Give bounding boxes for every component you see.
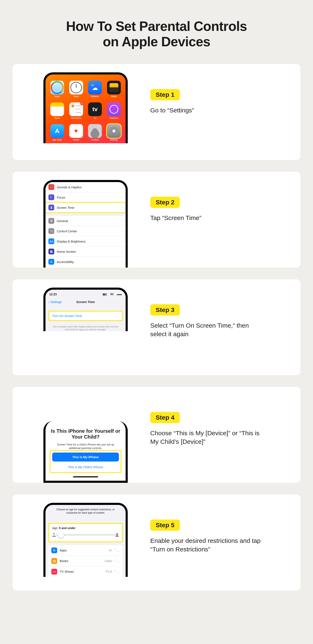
status-bar: 12:23 ▮▮▯ 5G ▬▬	[46, 290, 126, 299]
tv-icon: ▭	[51, 569, 57, 574]
step-4-card: Is This iPhone for Yourself or Your Chil…	[13, 387, 300, 483]
gear-icon: ⚙	[48, 218, 54, 224]
display-icon: AA	[48, 238, 54, 244]
app-settings[interactable]: Settings	[106, 124, 121, 143]
phone-mock-step1: Maps Clock Weather Wallet Notes 3Reminde…	[43, 72, 128, 143]
chevron-right-icon: ›	[122, 206, 123, 210]
books-icon: ▤	[51, 558, 57, 564]
step-desc: Select “Turn On Screen Time,” then selec…	[150, 321, 265, 338]
chevron-right-icon: ›	[122, 229, 123, 233]
step-desc: Tap “Screen Time”	[150, 214, 265, 222]
step-5-card: Choose an age for suggested content rest…	[13, 494, 300, 590]
chevron-updown-icon: ⌃⌄	[114, 570, 120, 574]
owner-heading: Is This iPhone for Yourself or Your Chil…	[50, 428, 121, 440]
settings-row-display[interactable]: AADisplay & Brightness›	[46, 236, 126, 246]
battery-icon: ▬▬	[117, 293, 122, 296]
reminders-badge: 3	[80, 102, 84, 105]
step-desc: Enable your desired restrictions and tap…	[150, 536, 265, 554]
app-contacts[interactable]: Contacts	[87, 124, 102, 143]
settings-row-general[interactable]: ⚙General›	[46, 216, 126, 226]
chevron-right-icon: ›	[122, 250, 123, 254]
app-appstore[interactable]: App Store	[50, 124, 65, 143]
chevron-right-icon: ›	[122, 219, 123, 223]
toggles-icon: ⌥	[48, 228, 54, 234]
step-badge: Step 2	[150, 197, 180, 208]
step-3-card: 12:23 ▮▮▯ 5G ▬▬ ‹ Settings Screen Time T…	[13, 279, 300, 375]
app-wallet[interactable]: Wallet	[106, 81, 121, 100]
sound-icon: 🔊	[48, 184, 54, 190]
accessibility-icon: ♿︎	[48, 259, 54, 265]
step-badge: Step 5	[150, 520, 180, 531]
apps-icon: A	[51, 548, 57, 553]
screentime-icon: ⧗	[48, 204, 54, 210]
app-notes[interactable]: Notes	[50, 102, 65, 122]
chevron-right-icon: ›	[122, 196, 123, 199]
settings-row-sounds[interactable]: 🔊Sounds & Haptics›	[46, 182, 126, 192]
settings-row-screentime[interactable]: ⧗Screen Time›	[46, 202, 126, 212]
restriction-row-tvshows[interactable]: ▭ TV Shows TV-G⌃⌄	[48, 566, 123, 577]
settings-row-home[interactable]: ▦Home Screen›	[46, 246, 126, 257]
phone-mock-step2: 🔊Sounds & Haptics› ☾Focus› ⧗Screen Time›…	[43, 180, 128, 268]
step-1-card: Maps Clock Weather Wallet Notes 3Reminde…	[13, 64, 300, 160]
chevron-right-icon: ›	[122, 240, 123, 243]
step-desc: Choose “This is My [Device]” or “This is…	[150, 429, 265, 446]
person-small-icon	[52, 533, 56, 537]
chevron-updown-icon: ⌃⌄	[114, 548, 120, 552]
step-2-card: 🔊Sounds & Haptics› ☾Focus› ⧗Screen Time›…	[13, 172, 300, 268]
signal-icon: ▮▮▯	[103, 293, 107, 296]
step-desc: Go to “Settings”	[150, 106, 265, 115]
nav-title: Screen Time	[46, 300, 126, 304]
settings-row-control[interactable]: ⌥Control Center›	[46, 226, 126, 236]
app-health[interactable]: Health	[69, 124, 84, 143]
age-slider[interactable]	[52, 532, 119, 538]
step-badge: Step 1	[150, 89, 180, 100]
focus-icon: ☾	[48, 194, 54, 200]
home-indicator[interactable]	[73, 476, 98, 477]
app-reminders[interactable]: 3Reminders	[69, 102, 84, 122]
phone-mock-step4: Is This iPhone for Yourself or Your Chil…	[43, 421, 128, 483]
app-clock[interactable]: Clock	[69, 81, 84, 100]
settings-row-accessibility[interactable]: ♿︎Accessibility›	[46, 257, 126, 267]
step-badge: Step 3	[150, 304, 180, 316]
turn-on-screen-time-button[interactable]: Turn On Screen Time	[49, 312, 122, 320]
grid-icon: ▦	[48, 248, 54, 254]
app-weather[interactable]: Weather	[87, 81, 102, 100]
page-title: How To Set Parental Controls on Apple De…	[13, 19, 300, 50]
chevron-right-icon: ›	[122, 185, 123, 189]
phone-mock-step5: Choose an age for suggested content rest…	[43, 503, 128, 577]
chevron-right-icon: ›	[122, 260, 123, 264]
age-slider-box: Age: 5 and under	[48, 523, 123, 542]
person-large-icon	[115, 533, 119, 537]
screen-time-footer: Get a weekly report with insights about …	[46, 325, 126, 331]
slider-knob[interactable]	[58, 532, 64, 538]
restriction-row-apps[interactable]: A Apps 4+⌃⌄	[48, 545, 123, 556]
app-podcasts[interactable]: Podcasts	[106, 102, 121, 122]
age-label: Age: 5 and under	[52, 526, 119, 530]
chevron-updown-icon: ⌃⌄	[114, 559, 120, 563]
this-is-my-childs-iphone-button[interactable]: This is My Child's iPhone	[52, 464, 119, 470]
settings-row-focus[interactable]: ☾Focus›	[46, 192, 126, 202]
app-maps[interactable]: Maps	[50, 81, 65, 100]
phone-mock-step3: 12:23 ▮▮▯ 5G ▬▬ ‹ Settings Screen Time T…	[43, 288, 128, 331]
owner-subtext: Screen Time for a child's iPhone lets yo…	[50, 443, 121, 450]
step-badge: Step 4	[150, 412, 180, 423]
age-instruction: Choose an age for suggested content rest…	[46, 508, 126, 514]
app-tv[interactable]: TV	[87, 102, 102, 122]
owner-highlight: This is My iPhone This is My Child's iPh…	[50, 450, 121, 473]
this-is-my-iphone-button[interactable]: This is My iPhone	[52, 452, 119, 462]
restriction-row-books[interactable]: ▤ Books Clean⌃⌄	[48, 556, 123, 566]
